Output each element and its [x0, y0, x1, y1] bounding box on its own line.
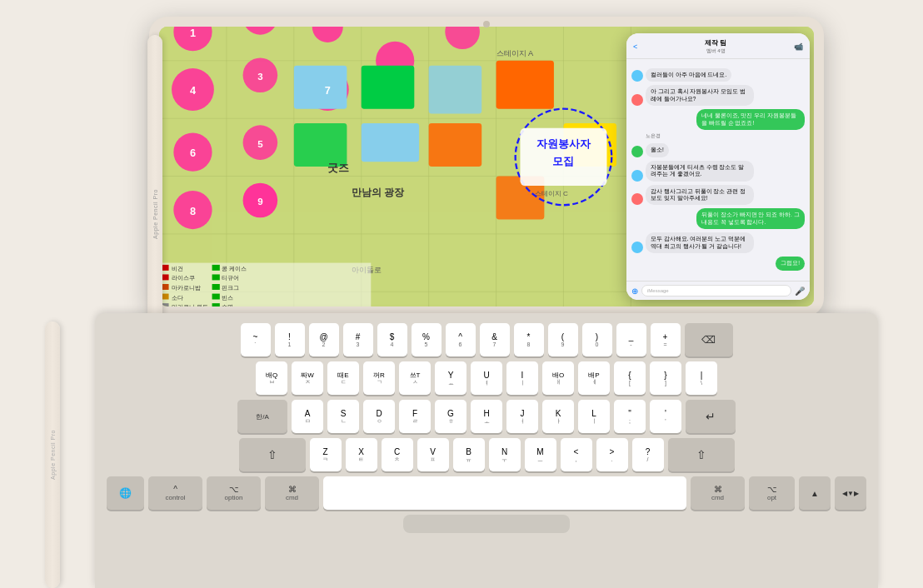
key-6[interactable]: ^6 — [446, 323, 476, 356]
avatar — [631, 242, 643, 253]
key-4[interactable]: $4 — [377, 323, 407, 356]
key-8[interactable]: *8 — [514, 323, 544, 356]
key-bracket-right[interactable]: }] — [650, 361, 681, 395]
key-period[interactable]: >. — [596, 438, 628, 471]
message-text-field[interactable]: iMessage — [641, 285, 791, 296]
key-d[interactable]: Dㅇ — [363, 400, 395, 433]
key-k[interactable]: Kㅏ — [542, 400, 574, 433]
key-2[interactable]: @2 — [309, 323, 339, 356]
svg-rect-74 — [212, 274, 220, 280]
key-equals[interactable]: += — [651, 323, 681, 356]
key-y[interactable]: Yㅛ — [435, 361, 466, 395]
key-delete[interactable]: ⌫ — [685, 323, 733, 356]
key-h[interactable]: Hㅗ — [471, 400, 502, 433]
key-7[interactable]: &7 — [480, 323, 510, 356]
key-quote[interactable]: '' — [650, 400, 681, 433]
avatar — [631, 193, 643, 205]
key-0[interactable]: )0 — [582, 323, 612, 356]
message-bubble: 그럼요! — [776, 257, 805, 270]
touchpad-area — [107, 515, 866, 533]
messages-panel: < 제작 팀 멤버 4명 📹 컬러들이 아주 마음에 드네요. — [626, 33, 810, 300]
key-control[interactable]: ^ control — [148, 476, 202, 510]
key-p[interactable]: 배Pㅔ — [578, 361, 610, 395]
key-w[interactable]: 짜Wㅈ — [292, 361, 323, 395]
svg-text:비건: 비건 — [172, 266, 183, 272]
message-bubble: 뒤풀이 장소가 빠지면 안 되죠 하하. 그 내용도 꼭 넣도록 합시다. — [696, 208, 805, 229]
svg-text:3: 3 — [257, 72, 262, 82]
key-q[interactable]: 배Qㅂ — [256, 361, 287, 395]
key-j[interactable]: Jㅓ — [506, 400, 538, 433]
svg-text:4: 4 — [190, 84, 196, 97]
message-bubble: 컬러들이 아주 마음에 드네요. — [646, 68, 731, 82]
svg-text:만남의 광장: 만남의 광장 — [352, 187, 405, 197]
video-call-button[interactable]: 📹 — [794, 42, 803, 51]
key-f[interactable]: Fㄹ — [399, 400, 431, 433]
key-z[interactable]: Zㅋ — [310, 438, 342, 471]
add-attachment-icon[interactable]: ⊕ — [631, 287, 638, 296]
key-x[interactable]: Xㅌ — [346, 438, 377, 471]
key-l[interactable]: Lㅣ — [578, 400, 610, 433]
svg-rect-76 — [212, 284, 220, 290]
key-n[interactable]: Nㅜ — [489, 438, 521, 471]
message-bubble: 올소! — [646, 143, 669, 157]
svg-text:마카로니밥: 마카로니밥 — [172, 285, 201, 292]
svg-text:7: 7 — [325, 84, 331, 97]
message-row: 아 그리고 혹시 자원봉사자 모임도 범례에 들어가나요? — [631, 85, 805, 106]
avatar — [631, 146, 643, 157]
key-shift-left[interactable]: ⇧ — [239, 438, 306, 471]
key-t[interactable]: 쓰Tㅅ — [399, 361, 431, 395]
messages-input-area[interactable]: ⊕ iMessage 🎤 — [626, 281, 810, 300]
message-bubble: 아 그리고 혹시 자원봉사자 모임도 범례에 들어가나요? — [646, 85, 754, 106]
key-9[interactable]: (9 — [548, 323, 578, 356]
key-s[interactable]: Sㄴ — [327, 400, 359, 433]
key-g[interactable]: Gㅎ — [435, 400, 466, 433]
messages-back-button[interactable]: < — [633, 42, 637, 51]
keyboard-row-modifiers: 🌐 ^ control ⌥ option ⌘ cmd ⌘ cmd — [107, 476, 866, 510]
key-semicolon[interactable]: "; — [614, 400, 646, 433]
key-b[interactable]: Bㅠ — [453, 438, 485, 471]
key-return[interactable]: ↵ — [686, 400, 736, 433]
key-arrows-left-down-right[interactable]: ◀▼▶ — [835, 476, 866, 510]
key-e[interactable]: 때Eㄷ — [327, 361, 359, 395]
message-row: 네네 물론이죠, 맛진 우리 자원봉분들을 빠뜨릴 순 없죠죠! — [631, 109, 805, 130]
key-o[interactable]: 배Oㅐ — [542, 361, 574, 395]
key-minus[interactable]: _- — [616, 323, 646, 356]
key-5[interactable]: %5 — [412, 323, 442, 356]
key-shift-right[interactable]: ⇧ — [668, 438, 735, 471]
key-comma[interactable]: <, — [561, 438, 592, 471]
microphone-icon[interactable]: 🎤 — [795, 287, 805, 296]
key-tilde[interactable]: ~` — [241, 323, 271, 356]
pencil-side-label: Apple Pencil Pro — [50, 430, 56, 480]
key-option-left[interactable]: ⌥ option — [207, 476, 261, 510]
pencil-keyboard-side: Apple Pencil Pro — [45, 321, 60, 588]
svg-text:마카로니 원두: 마카로니 원두 — [172, 304, 208, 306]
key-cmd-right[interactable]: ⌘ cmd — [691, 476, 745, 510]
svg-text:자원봉사자: 자원봉사자 — [536, 137, 591, 150]
key-3[interactable]: #3 — [343, 323, 373, 356]
key-a[interactable]: Aㅁ — [292, 400, 323, 433]
key-cmd-left[interactable]: ⌘ cmd — [265, 476, 319, 510]
message-sender-label: 노은경 — [646, 133, 805, 139]
key-arrow-up[interactable]: ▲ — [799, 476, 831, 510]
game-map: 1 2 4 3 6 5 7 8 9 음악 댄스 부 스테 — [159, 27, 814, 306]
key-u[interactable]: Uㅕ — [471, 361, 502, 395]
key-globe[interactable]: 🌐 — [107, 476, 144, 510]
key-backslash[interactable]: |\ — [686, 361, 717, 395]
key-space[interactable] — [323, 476, 686, 510]
key-i[interactable]: Iㅣ — [506, 361, 538, 395]
keyboard-row-numbers: ~` !1 @2 #3 $4 %5 ^6 &7 *8 (9 )0 _- += ⌫ — [107, 323, 866, 356]
key-slash[interactable]: ?/ — [632, 438, 664, 471]
key-r[interactable]: 꺼Rㄱ — [363, 361, 395, 395]
key-bracket-left[interactable]: {[ — [614, 361, 646, 395]
message-row: 감사 행사그리고 뒤풀이 장소 관련 정보도 잊지 말아주세요! — [631, 185, 805, 206]
svg-text:1: 1 — [190, 27, 196, 39]
touchpad[interactable] — [403, 515, 570, 533]
key-v[interactable]: Vㅍ — [417, 438, 449, 471]
key-option-right[interactable]: ⌥ opt — [749, 476, 795, 510]
keyboard-row-asdf: 한/A Aㅁ Sㄴ Dㅇ Fㄹ Gㅎ Hㅗ Jㅓ Kㅏ Lㅣ "; '' ↵ — [107, 400, 866, 433]
message-bubble: 감사 행사그리고 뒤풀이 장소 관련 정보도 잊지 말아주세요! — [646, 185, 754, 206]
key-1[interactable]: !1 — [275, 323, 305, 356]
key-han-a[interactable]: 한/A — [237, 400, 287, 433]
key-m[interactable]: Mㅡ — [525, 438, 556, 471]
key-c[interactable]: Cㅊ — [382, 438, 413, 471]
